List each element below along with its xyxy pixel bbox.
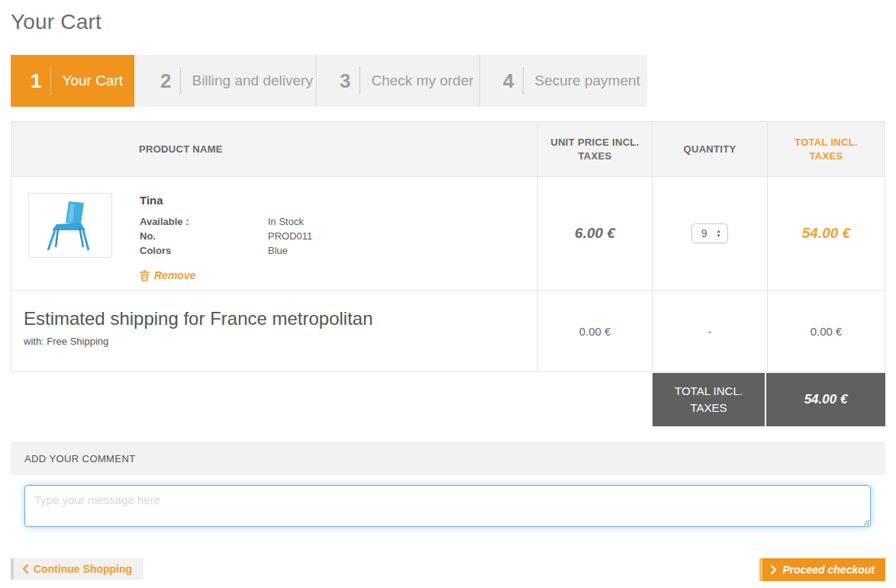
blue-chair-image [37, 198, 104, 253]
step-number: 2 [160, 69, 171, 93]
shipping-quantity: - [708, 325, 712, 338]
step-divider [359, 67, 360, 95]
shipping-carrier: with: Free Shipping [24, 336, 537, 347]
cart-total-bar: TOTAL INCL. TAXES 54.00 € [11, 373, 885, 426]
step-label: Billing and delivery [192, 72, 312, 89]
step-billing-delivery[interactable]: 2 Billing and delivery [134, 55, 316, 107]
comment-section-header: ADD YOUR COMMENT [11, 442, 885, 475]
continue-shopping-button[interactable]: Continue Shopping [11, 558, 143, 580]
comment-textarea[interactable] [24, 485, 871, 527]
shipping-unit-price-cell: 0.00 € [537, 291, 652, 371]
proceed-checkout-button[interactable]: Proceed checkout [759, 558, 885, 581]
attribute-value: Blue [268, 243, 288, 258]
header-quantity: QUANTITY [652, 122, 767, 176]
product-attribute: Available : In Stock [140, 214, 312, 229]
bottom-actions: Continue Shopping Proceed checkout [11, 558, 885, 581]
shipping-total: 0.00 € [811, 325, 843, 338]
remove-label: Remove [154, 269, 195, 281]
shipping-info-cell: Estimated shipping for France metropolit… [11, 291, 537, 371]
attribute-label: No. [140, 229, 268, 243]
attribute-label: Available : [140, 214, 268, 229]
step-your-cart[interactable]: 1 Your Cart [11, 55, 134, 107]
grand-total-label: TOTAL INCL. TAXES [667, 383, 751, 416]
chevron-left-icon [22, 564, 28, 574]
cart-total-box: TOTAL INCL. TAXES 54.00 € [653, 373, 885, 426]
step-label: Secure payment [534, 72, 640, 89]
grand-total-value-cell: 54.00 € [766, 373, 885, 426]
product-cell: Tina Available : In Stock No. PROD011 Co… [11, 177, 537, 290]
comment-section: ADD YOUR COMMENT [11, 442, 885, 543]
product-image[interactable] [28, 193, 112, 258]
stepper-arrows-icon[interactable]: ▲▼ [716, 229, 720, 238]
trash-icon [140, 270, 150, 281]
step-check-order[interactable]: 3 Check my order [316, 55, 479, 107]
header-product-name: PRODUCT NAME [11, 122, 537, 176]
remove-item-link[interactable]: Remove [140, 269, 195, 281]
grand-total-value: 54.00 € [804, 392, 848, 407]
comment-section-body [11, 475, 885, 543]
step-number: 4 [503, 69, 514, 93]
cart-table-header: PRODUCT NAME UNIT PRICE INCL. TAXES QUAN… [11, 122, 885, 177]
product-attribute: Colors Blue [140, 243, 312, 258]
shipping-row: Estimated shipping for France metropolit… [11, 290, 885, 371]
step-label: Check my order [371, 72, 473, 89]
attribute-label: Colors [140, 243, 268, 258]
continue-shopping-label: Continue Shopping [34, 563, 132, 575]
shipping-total-cell: 0.00 € [767, 291, 885, 371]
step-number: 1 [31, 69, 41, 93]
grand-total-label-cell: TOTAL INCL. TAXES [653, 373, 766, 426]
quantity-stepper[interactable]: 9 ▲▼ [691, 223, 729, 243]
step-secure-payment[interactable]: 4 Secure payment [479, 55, 647, 107]
unit-price-cell: 6.00 € [537, 177, 652, 290]
chevron-right-icon [771, 565, 777, 574]
shipping-unit-price: 0.00 € [579, 325, 611, 338]
quantity-value: 9 [701, 227, 707, 239]
page-title: Your Cart [11, 10, 885, 34]
shipping-quantity-cell: - [652, 291, 767, 371]
unit-price-value: 6.00 € [575, 225, 615, 242]
header-total: TOTAL INCL. TAXES [767, 122, 885, 176]
cart-table: PRODUCT NAME UNIT PRICE INCL. TAXES QUAN… [11, 121, 885, 372]
attribute-value: In Stock [268, 214, 304, 229]
comment-section-title: ADD YOUR COMMENT [24, 453, 136, 464]
line-total-value: 54.00 € [802, 225, 850, 242]
step-divider [180, 67, 181, 95]
line-total-cell: 54.00 € [767, 177, 885, 290]
product-attribute: No. PROD011 [140, 229, 312, 243]
step-number: 3 [340, 69, 350, 93]
quantity-cell: 9 ▲▼ [652, 177, 767, 290]
product-name: Tina [140, 194, 312, 207]
step-label: Your Cart [62, 72, 123, 89]
step-divider [523, 67, 524, 95]
step-divider [50, 67, 51, 95]
attribute-value: PROD011 [268, 229, 312, 243]
shipping-title: Estimated shipping for France metropolit… [24, 308, 537, 329]
header-unit-price: UNIT PRICE INCL. TAXES [537, 122, 652, 176]
proceed-checkout-label: Proceed checkout [782, 564, 875, 576]
checkout-steps: 1 Your Cart 2 Billing and delivery 3 Che… [11, 55, 647, 107]
product-row: Tina Available : In Stock No. PROD011 Co… [11, 177, 885, 290]
product-info: Tina Available : In Stock No. PROD011 Co… [140, 193, 312, 290]
